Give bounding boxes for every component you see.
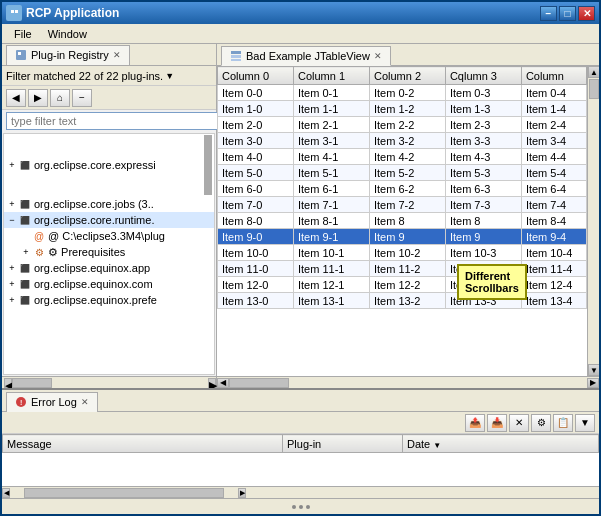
tree-item-6[interactable]: + ⬛ org.eclipse.equinox.com [4, 276, 214, 292]
table-cell-12-3[interactable]: Item 12-3 [445, 277, 521, 293]
table-cell-9-4[interactable]: Item 9-4 [521, 229, 586, 245]
hscroll-left-btn[interactable]: ◀ [217, 378, 229, 388]
filter-dropdown-icon[interactable]: ▼ [165, 71, 174, 81]
table-row[interactable]: Item 5-0Item 5-1Item 5-2Item 5-3Item 5-4 [218, 165, 587, 181]
table-cell-1-1[interactable]: Item 1-1 [293, 101, 369, 117]
table-cell-10-0[interactable]: Item 10-0 [218, 245, 294, 261]
import-button[interactable]: 📥 [487, 414, 507, 432]
tree-item-1[interactable]: + ⬛ org.eclipse.core.jobs (3.. [4, 196, 214, 212]
table-cell-8-4[interactable]: Item 8-4 [521, 213, 586, 229]
table-cell-9-1[interactable]: Item 9-1 [293, 229, 369, 245]
table-cell-8-0[interactable]: Item 8-0 [218, 213, 294, 229]
table-cell-0-3[interactable]: Item 0-3 [445, 85, 521, 101]
table-cell-2-1[interactable]: Item 2-1 [293, 117, 369, 133]
left-hscroll-thumb[interactable] [12, 378, 52, 388]
table-cell-6-1[interactable]: Item 6-1 [293, 181, 369, 197]
tab-plugin-registry[interactable]: Plug-in Registry ✕ [6, 45, 130, 65]
error-hscroll-thumb[interactable] [24, 488, 224, 498]
table-cell-4-2[interactable]: Item 4-2 [369, 149, 445, 165]
left-hscroll-track[interactable] [12, 378, 208, 388]
minimize-button[interactable]: − [540, 6, 557, 21]
error-hscroll-left-btn[interactable]: ◀ [2, 488, 10, 498]
table-cell-6-2[interactable]: Item 6-2 [369, 181, 445, 197]
table-cell-9-3[interactable]: Item 9 [445, 229, 521, 245]
hscroll-track[interactable] [229, 378, 587, 388]
table-cell-1-4[interactable]: Item 1-4 [521, 101, 586, 117]
hscroll-right-btn[interactable]: ▶ [587, 378, 599, 388]
menu-file[interactable]: File [6, 26, 40, 42]
col-header-3[interactable]: Cqlumn 3 [445, 67, 521, 85]
table-cell-2-3[interactable]: Item 2-3 [445, 117, 521, 133]
table-cell-1-3[interactable]: Item 1-3 [445, 101, 521, 117]
expand-icon-1[interactable]: + [6, 198, 18, 210]
table-cell-0-0[interactable]: Item 0-0 [218, 85, 294, 101]
expand-icon-0[interactable]: + [6, 159, 18, 171]
copy-button[interactable]: 📋 [553, 414, 573, 432]
table-cell-6-4[interactable]: Item 6-4 [521, 181, 586, 197]
table-row[interactable]: Item 11-0Item 11-1Item 11-2Item 11-3Item… [218, 261, 587, 277]
error-col-message[interactable]: Message [3, 435, 283, 453]
home-button[interactable]: ⌂ [50, 89, 70, 107]
expand-icon-5[interactable]: + [6, 262, 18, 274]
plugin-tree[interactable]: + ⬛ org.eclipse.core.expressi + ⬛ org.ec… [3, 133, 215, 375]
table-cell-7-2[interactable]: Item 7-2 [369, 197, 445, 213]
error-hscroll-right-btn[interactable]: ▶ [238, 488, 246, 498]
menu-window[interactable]: Window [40, 26, 95, 42]
table-cell-7-0[interactable]: Item 7-0 [218, 197, 294, 213]
error-col-plugin[interactable]: Plug-in [283, 435, 403, 453]
error-log-tab-close[interactable]: ✕ [81, 397, 89, 407]
table-cell-5-3[interactable]: Item 5-3 [445, 165, 521, 181]
table-cell-6-3[interactable]: Item 6-3 [445, 181, 521, 197]
table-row[interactable]: Item 1-0Item 1-1Item 1-2Item 1-3Item 1-4 [218, 101, 587, 117]
left-panel-hscroll[interactable]: ◀ ▶ [2, 376, 216, 388]
table-cell-11-3[interactable]: Item 11-3 [445, 261, 521, 277]
table-cell-3-0[interactable]: Item 3-0 [218, 133, 294, 149]
table-cell-3-1[interactable]: Item 3-1 [293, 133, 369, 149]
table-row[interactable]: Item 4-0Item 4-1Item 4-2Item 4-3Item 4-4 [218, 149, 587, 165]
table-cell-10-4[interactable]: Item 10-4 [521, 245, 586, 261]
table-hscroll[interactable]: ◀ ▶ [217, 376, 599, 388]
table-row[interactable]: Item 8-0Item 8-1Item 8Item 8Item 8-4 [218, 213, 587, 229]
table-row[interactable]: Item 13-0Item 13-1Item 13-2Item 13-3Item… [218, 293, 587, 309]
plugin-registry-tab-close[interactable]: ✕ [113, 50, 121, 60]
table-cell-4-1[interactable]: Item 4-1 [293, 149, 369, 165]
table-row[interactable]: Item 2-0Item 2-1Item 2-2Item 2-3Item 2-4 [218, 117, 587, 133]
tree-item-5[interactable]: + ⬛ org.eclipse.equinox.app [4, 260, 214, 276]
table-cell-11-0[interactable]: Item 11-0 [218, 261, 294, 277]
vscroll-down-btn[interactable]: ▼ [588, 364, 599, 376]
table-cell-4-0[interactable]: Item 4-0 [218, 149, 294, 165]
tree-item-4[interactable]: + ⚙ ⚙ Prerequisites [4, 244, 214, 260]
forward-button[interactable]: ▶ [28, 89, 48, 107]
table-cell-13-1[interactable]: Item 13-1 [293, 293, 369, 309]
table-cell-4-3[interactable]: Item 4-3 [445, 149, 521, 165]
table-cell-0-4[interactable]: Item 0-4 [521, 85, 586, 101]
col-header-4[interactable]: Column [521, 67, 586, 85]
table-cell-8-1[interactable]: Item 8-1 [293, 213, 369, 229]
filter-button[interactable]: ⚙ [531, 414, 551, 432]
vscroll-up-btn[interactable]: ▲ [588, 66, 599, 78]
tab-bad-example[interactable]: Bad Example JTableView ✕ [221, 46, 391, 66]
table-cell-1-2[interactable]: Item 1-2 [369, 101, 445, 117]
table-cell-11-1[interactable]: Item 11-1 [293, 261, 369, 277]
table-cell-13-3[interactable]: Item 13-3 [445, 293, 521, 309]
table-cell-11-2[interactable]: Item 11-2 [369, 261, 445, 277]
table-row[interactable]: Item 7-0Item 7-1Item 7-2Item 7-3Item 7-4 [218, 197, 587, 213]
search-input[interactable] [6, 112, 220, 130]
table-cell-5-4[interactable]: Item 5-4 [521, 165, 586, 181]
collapse-button[interactable]: − [72, 89, 92, 107]
table-row[interactable]: Item 0-0Item 0-1Item 0-2Item 0-3Item 0-4 [218, 85, 587, 101]
table-cell-12-2[interactable]: Item 12-2 [369, 277, 445, 293]
table-cell-7-4[interactable]: Item 7-4 [521, 197, 586, 213]
export-button[interactable]: 📤 [465, 414, 485, 432]
tree-item-0[interactable]: + ⬛ org.eclipse.core.expressi [4, 134, 214, 196]
table-cell-12-4[interactable]: Item 12-4 [521, 277, 586, 293]
table-cell-3-3[interactable]: Item 3-3 [445, 133, 521, 149]
table-cell-13-2[interactable]: Item 13-2 [369, 293, 445, 309]
table-cell-10-2[interactable]: Item 10-2 [369, 245, 445, 261]
table-cell-1-0[interactable]: Item 1-0 [218, 101, 294, 117]
left-hscroll-btn-left[interactable]: ◀ [4, 378, 12, 388]
table-cell-9-2[interactable]: Item 9 [369, 229, 445, 245]
expand-icon-4[interactable]: + [20, 246, 32, 258]
table-row[interactable]: Item 12-0Item 12-1Item 12-2Item 12-3Item… [218, 277, 587, 293]
table-cell-8-2[interactable]: Item 8 [369, 213, 445, 229]
